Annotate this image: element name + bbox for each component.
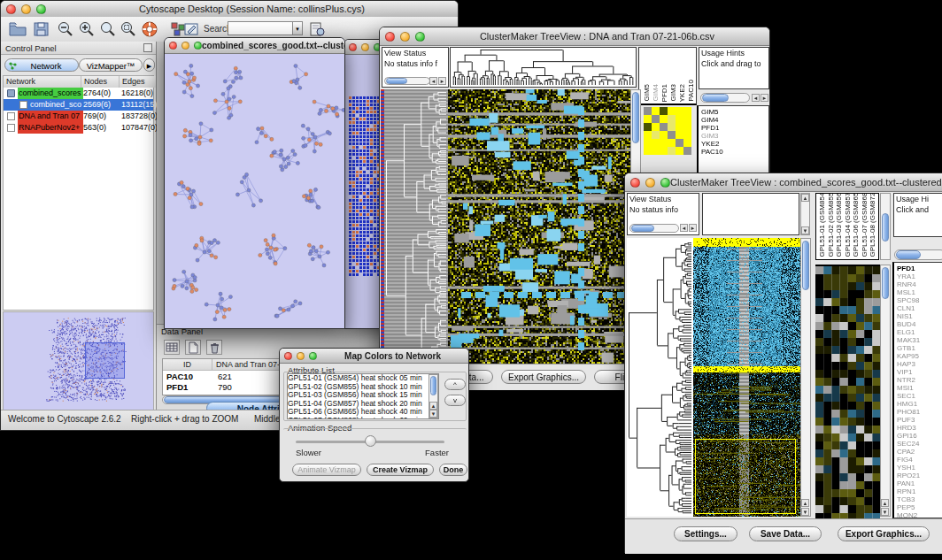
column-label[interactable]: GPL51-03 (GSM856) <box>835 193 843 257</box>
tv2-zoom-heatmap[interactable] <box>815 265 880 518</box>
close-icon[interactable] <box>349 43 357 51</box>
column-label[interactable]: GPL51-01 (GSM854) <box>818 193 826 257</box>
zoom-window-icon[interactable] <box>36 4 46 14</box>
gene-label[interactable]: RNR4 <box>897 280 942 288</box>
zoom-in-icon[interactable] <box>77 20 97 38</box>
column-label[interactable]: GPL51-06 (GSM865) <box>852 193 860 257</box>
gene-label[interactable]: HRD3 <box>897 424 942 432</box>
column-label[interactable]: GIM4 <box>652 84 660 102</box>
gene-label[interactable]: HAP3 <box>897 360 942 368</box>
gene-label[interactable]: MSL1 <box>897 288 942 296</box>
network-table-header-network[interactable]: Network <box>4 76 81 88</box>
network-row[interactable]: combined_sco2569(6)13112(15) <box>4 99 153 111</box>
gene-label[interactable]: PAC10 <box>701 148 766 156</box>
column-label[interactable]: GPL51-08 (GSM872) <box>869 193 876 257</box>
zoom-selected-icon[interactable] <box>119 20 138 38</box>
animate-vizmap-button[interactable]: Animate Vizmap <box>292 464 361 476</box>
gene-label[interactable]: PFD1 <box>701 124 766 132</box>
close-icon[interactable] <box>630 178 640 188</box>
gene-label[interactable]: GPI16 <box>897 432 942 440</box>
search-input[interactable] <box>228 21 295 35</box>
create-vizmap-button[interactable]: Create Vizmap <box>367 464 434 476</box>
network-table-header-edges[interactable]: Edges <box>120 76 156 88</box>
tv2-row-dendrogram[interactable] <box>627 238 693 517</box>
gene-label[interactable]: VIP1 <box>897 368 942 376</box>
attribute-item[interactable]: GPL51-07 (GSM868) heat shock 60 min <box>288 417 438 420</box>
main-titlebar[interactable]: Cytoscape Desktop (Session Name: collins… <box>1 1 458 18</box>
dialog-titlebar[interactable]: Map Colors to Network <box>280 349 468 364</box>
tv2-vscrollbar[interactable]: ▲ ▼ <box>800 238 811 517</box>
new-document-icon[interactable] <box>185 340 201 355</box>
close-icon[interactable] <box>6 4 16 14</box>
gene-label[interactable]: MSI1 <box>897 384 942 392</box>
close-icon[interactable] <box>284 352 292 360</box>
minimize-icon[interactable] <box>361 43 369 51</box>
gene-label[interactable]: PAN1 <box>897 479 942 487</box>
help-lifering-icon[interactable] <box>141 20 160 38</box>
tv2-status-hscrollbar[interactable] <box>629 224 679 233</box>
network-row[interactable]: RNAPuberNov2+563(0)107847(0) <box>4 122 153 134</box>
scroll-left-icon[interactable]: ◄ <box>680 224 688 232</box>
minimize-icon[interactable] <box>297 352 305 360</box>
scroll-down-icon[interactable]: ▼ <box>801 226 809 234</box>
scroll-right-icon[interactable]: ► <box>689 224 697 232</box>
scroll-right-icon[interactable]: ► <box>761 94 768 102</box>
tv1-hints-hscrollbar[interactable] <box>700 93 750 103</box>
scroll-down-icon[interactable]: ▼ <box>429 410 437 418</box>
column-label[interactable]: PFD1 <box>660 84 668 102</box>
minimize-icon[interactable] <box>400 32 410 42</box>
tv1-heatmap-canvas[interactable] <box>448 89 630 364</box>
column-label[interactable]: PAC10 <box>687 80 695 102</box>
gene-label[interactable]: MON2 <box>897 511 942 518</box>
trash-icon[interactable] <box>206 340 222 355</box>
attribute-list-vscrollbar[interactable]: ▲ ▼ <box>429 374 438 418</box>
move-up-button[interactable]: ^ <box>444 379 466 390</box>
scroll-down-icon[interactable]: ▼ <box>801 508 809 516</box>
gene-label[interactable]: YSH1 <box>897 464 942 472</box>
minimize-icon[interactable] <box>181 42 189 50</box>
scroll-up-icon[interactable]: ▲ <box>881 499 889 507</box>
scroll-up-icon[interactable]: ▲ <box>801 499 809 507</box>
network-table-header-nodes[interactable]: Nodes <box>81 76 120 88</box>
minimize-icon[interactable] <box>21 4 31 14</box>
gene-label[interactable]: CLN1 <box>897 304 942 312</box>
column-label[interactable]: GPL51-07 (GSM868) <box>861 193 869 257</box>
scroll-right-icon[interactable]: ► <box>438 77 446 85</box>
table-icon[interactable] <box>164 340 180 355</box>
tv2-coltree-vscrollbar[interactable]: ▲ ▼ <box>800 193 810 235</box>
float-panel-icon[interactable] <box>143 43 152 52</box>
open-file-icon[interactable] <box>8 20 27 38</box>
gene-label[interactable]: GIM5 <box>701 108 766 116</box>
gene-label[interactable]: RPO21 <box>897 472 942 479</box>
gene-label[interactable]: PFD1 <box>897 265 942 272</box>
save-session-icon[interactable] <box>32 20 51 38</box>
gene-label[interactable]: RPN1 <box>897 487 942 495</box>
scroll-left-icon[interactable]: ◄ <box>429 77 437 85</box>
tv1-export-graphics-button[interactable]: Export Graphics... <box>501 370 586 384</box>
scroll-down-icon[interactable]: ▼ <box>881 508 889 516</box>
animation-slider-thumb[interactable] <box>365 435 376 447</box>
gene-label[interactable]: HMG1 <box>897 400 942 408</box>
zoom-out-icon[interactable] <box>56 20 75 38</box>
annotation-icon[interactable] <box>182 20 202 38</box>
dense-network-canvas[interactable] <box>349 96 379 279</box>
search-index-icon[interactable] <box>308 20 328 38</box>
column-label[interactable]: GIM5 <box>643 84 651 102</box>
column-label[interactable]: GPL51-02 (GSM855) <box>827 193 835 257</box>
tv2-heatmap-canvas[interactable] <box>693 238 800 517</box>
gene-label[interactable]: PUF3 <box>897 416 942 424</box>
gene-label[interactable]: YRA1 <box>897 272 942 280</box>
tv2-zoom-vscrollbar[interactable]: ▲ ▼ <box>880 265 891 517</box>
scroll-up-icon[interactable]: ▲ <box>429 402 437 410</box>
network-view-titlebar[interactable]: combined_scores_good.txt--cluste... <box>165 38 344 54</box>
tv1-status-hscrollbar[interactable] <box>384 77 430 85</box>
gene-label[interactable]: CPA2 <box>897 448 942 456</box>
zoom-window-icon[interactable] <box>309 352 317 360</box>
zoom-window-icon[interactable] <box>415 32 425 42</box>
tv1-zoom-heatmap[interactable] <box>644 107 691 155</box>
treeview1-titlebar[interactable]: ClusterMaker TreeView : DNA and Tran 07-… <box>380 27 769 46</box>
tab-vizmapper[interactable]: VizMapper™ <box>79 58 143 72</box>
gene-label[interactable]: BUD4 <box>897 320 942 328</box>
gene-label[interactable]: SEC1 <box>897 392 942 400</box>
zoom-window-icon[interactable] <box>194 42 202 50</box>
